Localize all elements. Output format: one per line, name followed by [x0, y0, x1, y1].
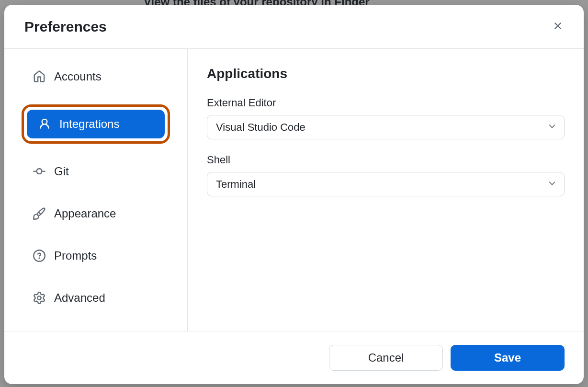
modal-overlay: Preferences Accounts: [0, 0, 588, 387]
sidebar-item-label: Prompts: [54, 249, 97, 262]
sidebar-item-accounts[interactable]: Accounts: [22, 62, 170, 91]
sidebar-item-advanced[interactable]: Advanced: [22, 284, 170, 312]
content-pane: Applications External Editor Visual Stud…: [188, 49, 584, 331]
question-icon: [33, 250, 45, 262]
external-editor-field: External Editor Visual Studio Code: [207, 97, 565, 139]
content-title: Applications: [207, 66, 565, 81]
external-editor-select[interactable]: Visual Studio Code: [207, 115, 565, 139]
preferences-modal: Preferences Accounts: [4, 5, 584, 384]
sidebar-item-label: Git: [54, 165, 69, 178]
gear-icon: [33, 292, 45, 304]
external-editor-select-wrapper: Visual Studio Code: [207, 115, 565, 139]
sidebar-item-label: Accounts: [54, 70, 102, 83]
modal-body: Accounts Integrations Git: [4, 49, 584, 331]
close-button[interactable]: [549, 17, 566, 36]
shell-select-wrapper: Terminal: [207, 172, 565, 196]
git-commit-icon: [33, 165, 45, 178]
sidebar-item-appearance[interactable]: Appearance: [22, 199, 170, 228]
close-icon: [552, 20, 564, 33]
sidebar-item-label: Integrations: [59, 117, 119, 131]
highlight-ring: Integrations: [22, 104, 170, 144]
sidebar-item-label: Appearance: [54, 207, 116, 220]
sidebar-item-integrations[interactable]: Integrations: [27, 110, 165, 138]
modal-title: Preferences: [24, 19, 107, 35]
sidebar-item-prompts[interactable]: Prompts: [22, 241, 170, 270]
shell-label: Shell: [207, 154, 565, 166]
home-icon: [33, 70, 45, 83]
shell-field: Shell Terminal: [207, 154, 565, 196]
paintbrush-icon: [33, 207, 45, 220]
external-editor-label: External Editor: [207, 97, 565, 109]
modal-header: Preferences: [4, 5, 584, 49]
shell-select[interactable]: Terminal: [207, 172, 565, 196]
cancel-button[interactable]: Cancel: [329, 345, 443, 371]
sidebar-item-git[interactable]: Git: [22, 157, 170, 186]
person-icon: [38, 118, 51, 130]
modal-footer: Cancel Save: [4, 331, 584, 384]
sidebar: Accounts Integrations Git: [4, 49, 188, 331]
sidebar-item-label: Advanced: [54, 291, 105, 305]
save-button[interactable]: Save: [451, 345, 565, 371]
